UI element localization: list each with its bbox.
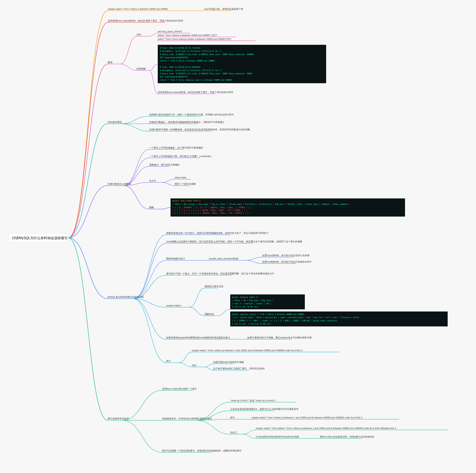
ab-opt3: 优化三 [230, 431, 237, 434]
node-case: 案例 [108, 61, 112, 64]
root-label: 10讲MySQL为什么有时候会选错索引 [12, 236, 68, 240]
term-line: # Time: 2018-12-03T10:26:11.028703Z [160, 66, 200, 68]
term-line: # Query_time: 0.040877 Lock_time: 0.0001… [160, 53, 254, 55]
term-line: SET timestamp=1543832795; [160, 56, 189, 59]
concl-0: 扫描行数的估计值依然不准确 [213, 361, 244, 363]
scan-item-1: 一个索引上不同的值的个数，我们称之为"基数"（cardinality） [149, 155, 213, 157]
concl-1: 这个例子里MySQL又选错了索引，没有优先选择a [213, 367, 265, 370]
term-line: # User@Host: root[root] @ localhost [127… [160, 50, 221, 52]
ex-line: | 1 | SIMPLE | t | NULL | range | a | a … [232, 320, 337, 322]
opt-item-2: 扫描行数并不是唯一的判断标准，优化器还会结合是否使用临时表、是否排序等因素进行综… [149, 128, 250, 131]
an-line: | test.t | analyze | status | OK | [232, 303, 271, 305]
opt-item-0: 选择索引是优化器的工作，找到一个最优的执行方案，并用最小的代价去执行语句 [149, 113, 234, 116]
card-item-0: 把整张表取出来一行行统计，虽然可以得到精确的结果，但是代价太高了，所以只能选择"… [166, 232, 269, 234]
node-storage-key: innodb_stats_persistent的值 [209, 257, 238, 260]
term-line: select * from t force index(a) where a b… [160, 79, 233, 81]
node-case-result: 结果图解 [136, 67, 146, 70]
node-abnormal: 索引选择异常和处理 [108, 417, 129, 420]
storage-opt-1: 设置为off的时候，表示统计信息只存储在内存中 [262, 260, 312, 263]
ab-ex: 例子 [230, 416, 235, 419]
term-line: # Time: 2018-12-03T10:26:35.711526Z [160, 47, 200, 49]
code-line-1: select * from t where a between 10000 an… [158, 34, 217, 36]
card-item-1: innoDB默认会选择N个数据页，统计这些页面上的不同值，得到一个平均值，然后乘… [166, 240, 302, 243]
node-explain-note: key字段显示值，表明优化器选择了谁 [204, 8, 243, 10]
node-case-code: 代码 [136, 33, 141, 36]
scan-item-2: 基数越大，索引的区分度越好 [149, 164, 180, 166]
node-explain: explain select * from t where a between … [108, 8, 168, 10]
an-line: 1 row in set (0.01 sec) [232, 306, 258, 308]
node-example: 例子 [166, 360, 171, 362]
ab-i1: 采用force index强行选择一个索引 [162, 387, 197, 390]
explain-a: 如果你发现explain的结果预估的rows值跟实际情况差距比较大 [166, 336, 230, 339]
node-analyze: analyze table t [166, 304, 181, 307]
term-line: SET timestamp=1543832771; [160, 76, 189, 78]
node-optimizer: 优化器的逻辑 [108, 121, 122, 123]
example-concl: 结论 [192, 364, 197, 366]
ab-s1: "order by b limit 1" 改成 "order by b,a li… [230, 399, 276, 402]
si-head: mysql> show index from t; [172, 200, 201, 202]
cmd-sub-1: 看到一个索引的基数 [175, 183, 196, 185]
ab-opt3-c1: 让优化器意识到实用b排序付出的代价很多 [256, 436, 299, 438]
code-line-2: select * from t force index(a) where a b… [158, 38, 232, 40]
analyze-sub1: 重新统计索引信息 [205, 285, 223, 288]
cmd-sub-0: show index [175, 176, 187, 179]
analyze-sub2: 图解信息 [205, 313, 214, 315]
storage-opt-0: 设置为on的时候，表示统计信息会持久化存储 [262, 254, 309, 257]
node-storage: 两种存储索引统计 [166, 257, 185, 260]
scan-item-0: 一个索引上不同的值越多，这个索引的区分度就越好 [149, 146, 203, 149]
explain-b: 如果只是索引统计不准确，通过analyze命令可以解决很多问题 [247, 336, 312, 339]
node-noforce: 没有使用force index的时候，MySQL用错了索引，导致了更长的执行时间 [108, 19, 183, 22]
ab-ex-q: explain select * from t where (a between… [252, 416, 363, 419]
term-line: # User@Host: root[root] @ localhost [127… [160, 69, 221, 72]
code-line-0: set long_query_time=0; [158, 30, 182, 33]
ex-line: | id | select_type | table | partitions … [232, 316, 359, 319]
ex-line: 1 row in set, 1 warning (0.00 sec) [232, 323, 271, 325]
card-note: 索引统计只是一个输入，对于一个具体的语句来说，优化器还需要判断，执行这个语句本身… [166, 272, 274, 275]
opt-item-1: 扫描的行数越少，意味着访问磁盘数据的次数越少，消耗的CPU资源越少 [149, 121, 224, 123]
node-diagram: 图解 [149, 206, 154, 209]
example-q: explain select * from t where (a between… [192, 349, 303, 352]
node-case-caption: 没有使用force index的时候，MySQL用错了索引，导致了更长的执行时间 [158, 91, 233, 93]
ab-s2: 之前优化器选择使用索引b，是因为它认为使用索引b可以避免排序 [230, 408, 298, 410]
si-row: | t | 1 | b | 1 | b | A | 100256 | NULL … [172, 212, 249, 214]
ab-i3: 我们可以新建一个更合适的索引，来提供给优化器做选择，或删掉误用的索引 [162, 449, 242, 452]
ex-line: mysql> explain select * from t where a b… [232, 313, 305, 315]
si-row: | t | 1 | a | 1 | a | A | 98176 | NULL |… [172, 209, 247, 211]
term-line: select * from t where a between 10000 an… [160, 60, 215, 62]
an-line: | Table | Op | Msg_type | Msg_text | [232, 299, 273, 301]
term-line: # Query_time: 0.021076 Lock_time: 0.0001… [160, 73, 252, 75]
ab-opt3-q: mysql> select * from (select * from t wh… [256, 427, 397, 430]
node-cmdline: 命令行 [149, 180, 156, 182]
ab-i2: 考虑修改语句，引导MySQL使用我们期望的索引 [162, 417, 212, 420]
an-line: mysql> analyze table t; [232, 296, 258, 298]
si-row: | t | 0 | PRIMARY | 1 | id | A | 100256 … [172, 206, 252, 209]
ab-opt3-c2: 用limit 100让优化器意识到，使用b索引代价是很高的 [320, 436, 374, 438]
si-cols: | Table | Non_unique | Key_name | Seq_in… [172, 203, 350, 205]
